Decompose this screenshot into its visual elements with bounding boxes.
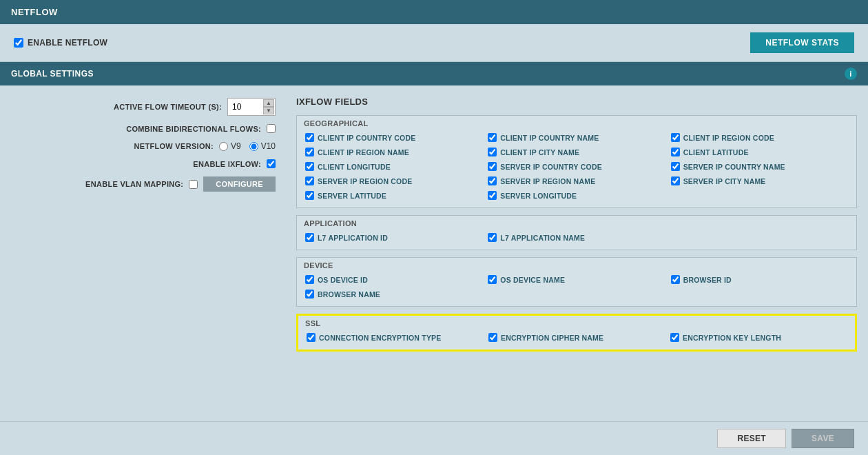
v10-label: V10 — [261, 141, 276, 151]
field-os-device-id-checkbox[interactable] — [305, 275, 314, 284]
enable-netflow-label[interactable]: ENABLE NETFLOW — [14, 38, 107, 48]
enable-vlan-mapping-row: ENABLE VLAN MAPPING: CONFIGURE — [14, 176, 276, 192]
v10-radio[interactable] — [249, 142, 258, 151]
save-button[interactable]: SAVE — [792, 429, 854, 448]
device-section: DEVICE OS DEVICE ID OS DEVICE NAME BROWS… — [296, 257, 857, 307]
field-connection-encryption-type: CONNECTION ENCRYPTION TYPE — [305, 331, 484, 344]
main-content: ACTIVE FLOW TIMEOUT (S): ▲ ▼ COMBINE BID… — [0, 85, 868, 421]
field-client-ip-country-code: CLIENT IP COUNTRY CODE — [304, 131, 484, 144]
field-l7-app-id-label: L7 APPLICATION ID — [318, 234, 388, 242]
netflow-version-row: NETFLOW VERSION: V9 V10 — [14, 141, 276, 151]
info-icon[interactable]: i — [845, 68, 857, 80]
enable-ixflow-checkbox[interactable] — [267, 159, 276, 168]
global-settings-title: GLOBAL SETTINGS — [11, 69, 94, 79]
field-l7-app-name-checkbox[interactable] — [488, 233, 497, 242]
field-server-latitude-label: SERVER LATITUDE — [318, 192, 386, 200]
field-server-ip-country-code-checkbox[interactable] — [488, 162, 497, 171]
enable-netflow-text: ENABLE NETFLOW — [28, 38, 107, 48]
global-settings-header: GLOBAL SETTINGS i — [0, 62, 868, 85]
ixflow-panel: IXFLOW FIELDS GEOGRAPHICAL CLIENT IP COU… — [289, 85, 868, 421]
field-client-ip-country-name: CLIENT IP COUNTRY NAME — [486, 131, 666, 144]
field-client-ip-city-name-checkbox[interactable] — [488, 148, 497, 156]
field-client-latitude-label: CLIENT LATITUDE — [683, 148, 749, 156]
field-server-ip-city-name-label: SERVER IP CITY NAME — [683, 177, 766, 185]
field-server-ip-region-code-label: SERVER IP REGION CODE — [318, 177, 412, 185]
field-encryption-key-length-label: ENCRYPTION KEY LENGTH — [683, 334, 781, 342]
field-browser-id: BROWSER ID — [670, 273, 849, 286]
field-client-latitude-checkbox[interactable] — [671, 148, 680, 156]
field-client-ip-region-name-label: CLIENT IP REGION NAME — [318, 148, 409, 156]
field-client-ip-country-name-checkbox[interactable] — [488, 133, 497, 142]
field-os-device-name-label: OS DEVICE NAME — [500, 276, 565, 284]
enable-netflow-checkbox[interactable] — [14, 38, 23, 48]
field-server-ip-country-name-label: SERVER IP COUNTRY NAME — [683, 163, 785, 171]
device-title: DEVICE — [297, 258, 856, 272]
field-l7-app-name-label: L7 APPLICATION NAME — [500, 234, 585, 242]
enable-vlan-mapping-checkbox[interactable] — [189, 180, 198, 189]
ixflow-title: IXFLOW FIELDS — [296, 97, 857, 107]
geographical-section: GEOGRAPHICAL CLIENT IP COUNTRY CODE CLIE… — [296, 115, 857, 208]
combine-bidirectional-row: COMBINE BIDIRECTIONAL FLOWS: — [14, 124, 276, 133]
field-encryption-cipher-name: ENCRYPTION CIPHER NAME — [487, 331, 666, 344]
enable-ixflow-row: ENABLE IXFLOW: — [14, 159, 276, 168]
field-client-ip-country-code-checkbox[interactable] — [305, 133, 314, 142]
application-title: APPLICATION — [297, 216, 856, 230]
field-encryption-cipher-name-checkbox[interactable] — [488, 333, 497, 342]
configure-button[interactable]: CONFIGURE — [203, 176, 276, 192]
field-os-device-name-checkbox[interactable] — [488, 275, 497, 284]
ssl-section: SSL CONNECTION ENCRYPTION TYPE ENCRYPTIO… — [296, 314, 857, 352]
spin-down-button[interactable]: ▼ — [263, 107, 274, 114]
field-client-ip-region-code-checkbox[interactable] — [671, 133, 680, 142]
field-browser-name-label: BROWSER NAME — [318, 290, 380, 299]
enable-ixflow-label: ENABLE IXFLOW: — [193, 160, 261, 168]
field-server-ip-city-name: SERVER IP CITY NAME — [670, 174, 849, 188]
field-encryption-key-length-checkbox[interactable] — [670, 333, 679, 342]
field-client-ip-region-code-label: CLIENT IP REGION CODE — [683, 134, 774, 142]
v10-radio-item[interactable]: V10 — [249, 141, 276, 151]
field-server-longitude-checkbox[interactable] — [488, 191, 497, 200]
field-server-ip-region-code-checkbox[interactable] — [305, 176, 314, 185]
spin-buttons: ▲ ▼ — [263, 99, 274, 114]
field-server-longitude: SERVER LONGITUDE — [486, 189, 666, 202]
field-browser-id-checkbox[interactable] — [671, 275, 680, 284]
netflow-version-radio-group: V9 V10 — [219, 141, 276, 151]
field-server-ip-region-name-label: SERVER IP REGION NAME — [500, 177, 595, 185]
v9-label: V9 — [231, 141, 241, 151]
field-encryption-cipher-name-label: ENCRYPTION CIPHER NAME — [501, 334, 603, 342]
netflow-stats-button[interactable]: NETFLOW STATS — [750, 32, 854, 53]
field-server-ip-country-name-checkbox[interactable] — [671, 162, 680, 171]
active-flow-timeout-row: ACTIVE FLOW TIMEOUT (S): ▲ ▼ — [14, 98, 276, 116]
field-l7-app-id: L7 APPLICATION ID — [304, 231, 484, 244]
field-server-ip-country-code-label: SERVER IP COUNTRY CODE — [500, 163, 602, 171]
field-server-ip-city-name-checkbox[interactable] — [671, 176, 680, 185]
enable-vlan-mapping-label: ENABLE VLAN MAPPING: — [85, 180, 183, 188]
ssl-fields-grid: CONNECTION ENCRYPTION TYPE ENCRYPTION CI… — [298, 330, 855, 350]
v9-radio-item[interactable]: V9 — [219, 141, 241, 151]
title-bar-label: NETFLOW — [11, 7, 58, 17]
reset-button[interactable]: RESET — [717, 429, 786, 448]
field-encryption-key-length: ENCRYPTION KEY LENGTH — [669, 331, 848, 344]
field-client-longitude-checkbox[interactable] — [305, 162, 314, 171]
settings-panel: ACTIVE FLOW TIMEOUT (S): ▲ ▼ COMBINE BID… — [0, 85, 289, 421]
geographical-title: GEOGRAPHICAL — [297, 116, 856, 130]
geographical-fields-grid: CLIENT IP COUNTRY CODE CLIENT IP COUNTRY… — [297, 130, 856, 208]
application-fields-grid: L7 APPLICATION ID L7 APPLICATION NAME — [297, 230, 856, 250]
page-wrapper: NETFLOW ENABLE NETFLOW NETFLOW STATS GLO… — [0, 0, 868, 455]
field-connection-encryption-type-checkbox[interactable] — [307, 333, 316, 342]
field-server-ip-region-name-checkbox[interactable] — [488, 176, 497, 185]
top-bar: ENABLE NETFLOW NETFLOW STATS — [0, 24, 868, 62]
field-os-device-id: OS DEVICE ID — [304, 273, 484, 286]
field-client-ip-region-name: CLIENT IP REGION NAME — [304, 145, 484, 159]
field-l7-app-id-checkbox[interactable] — [305, 233, 314, 242]
bottom-bar: RESET SAVE — [0, 421, 868, 455]
field-connection-encryption-type-label: CONNECTION ENCRYPTION TYPE — [319, 334, 442, 342]
field-browser-id-label: BROWSER ID — [683, 276, 732, 284]
field-server-latitude-checkbox[interactable] — [305, 191, 314, 200]
spin-up-button[interactable]: ▲ — [263, 99, 274, 107]
v9-radio[interactable] — [219, 142, 228, 151]
field-server-longitude-label: SERVER LONGITUDE — [500, 192, 577, 200]
field-browser-name-checkbox[interactable] — [305, 290, 314, 299]
field-server-ip-region-code: SERVER IP REGION CODE — [304, 174, 484, 188]
combine-bidirectional-checkbox[interactable] — [267, 124, 276, 133]
field-client-ip-region-name-checkbox[interactable] — [305, 148, 314, 156]
